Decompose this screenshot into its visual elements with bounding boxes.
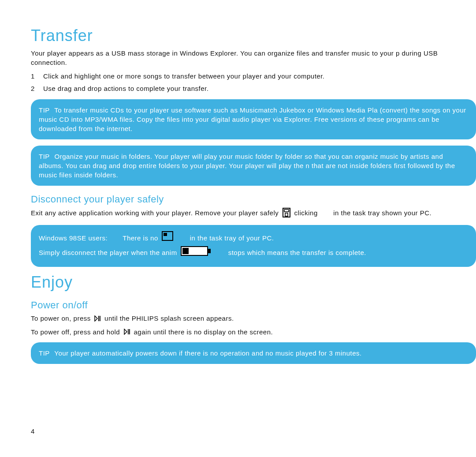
text-fragment: Simply disconnect the player when the an… <box>39 247 177 259</box>
transfer-intro: Your player appears as a USB mass storag… <box>31 49 476 67</box>
tip-box-win98: Windows 98SE users: There is no in the t… <box>31 225 476 267</box>
tip-label: TIP <box>39 106 50 114</box>
power-on-line: To power on, press until the PHILIPS spl… <box>31 314 476 324</box>
play-pause-icon <box>124 328 130 337</box>
tip-box-transfer-1: TIP To transfer music CDs to your player… <box>31 99 476 139</box>
power-off-line: To power off, press and hold again until… <box>31 327 476 337</box>
svg-marker-11 <box>124 329 127 334</box>
disconnect-body: Exit any active application working with… <box>31 208 476 220</box>
transfer-heading: Transfer <box>31 26 476 45</box>
enjoy-heading: Enjoy <box>31 273 476 292</box>
tip-box-power: TIP Your player automatically powers dow… <box>31 342 476 364</box>
text-fragment: To power off, press and hold <box>31 328 120 336</box>
tip-label: TIP <box>39 153 50 160</box>
task-tray-icon <box>283 208 290 220</box>
play-pause-icon <box>94 315 100 324</box>
svg-rect-9 <box>98 316 99 321</box>
tip-label: TIP <box>39 349 50 357</box>
text-fragment: stops which means the transfer is comple… <box>228 247 366 259</box>
text-fragment: again until there is no display on the s… <box>134 328 273 336</box>
step-text: Click and highlight one or more songs to… <box>43 71 325 82</box>
text-fragment: There is no <box>123 232 158 245</box>
list-item: 1 Click and highlight one or more songs … <box>31 71 476 82</box>
text-fragment: clicking <box>294 209 318 217</box>
battery-anim-icon <box>181 245 212 261</box>
tip-text: To transfer music CDs to your player use… <box>39 106 466 132</box>
tip-text: Your player automatically powers down if… <box>54 349 361 357</box>
svg-marker-8 <box>95 316 97 321</box>
text-fragment: Exit any active application working with… <box>31 209 279 217</box>
win98-label: Windows 98SE users: <box>39 232 108 245</box>
svg-rect-2 <box>285 213 288 216</box>
task-tray-icon <box>162 231 173 245</box>
step-number: 1 <box>31 71 38 82</box>
svg-rect-7 <box>182 248 189 254</box>
tip-box-transfer-2: TIP Organize your music in folders. Your… <box>31 146 476 186</box>
text-fragment: To power on, press <box>31 315 91 322</box>
svg-rect-1 <box>284 210 289 212</box>
disconnect-heading: Disconnect your player safely <box>31 194 476 205</box>
svg-rect-12 <box>128 329 129 334</box>
power-heading: Power on/off <box>31 300 476 311</box>
step-number: 2 <box>31 83 38 94</box>
transfer-steps: 1 Click and highlight one or more songs … <box>31 71 476 94</box>
svg-rect-6 <box>208 249 211 253</box>
page-number: 4 <box>31 427 35 435</box>
svg-rect-13 <box>129 329 130 334</box>
document-page: Transfer Your player appears as a USB ma… <box>0 0 476 457</box>
svg-rect-4 <box>164 233 167 236</box>
text-fragment: in the task tray shown your PC. <box>333 209 431 217</box>
step-text: Use drag and drop actions to complete yo… <box>43 83 208 94</box>
list-item: 2 Use drag and drop actions to complete … <box>31 83 476 94</box>
text-fragment: until the PHILIPS splash screen appears. <box>104 315 234 322</box>
tip-text: Organize your music in folders. Your pla… <box>39 153 455 179</box>
svg-rect-10 <box>100 316 100 321</box>
text-fragment: in the task tray of your PC. <box>190 232 274 245</box>
